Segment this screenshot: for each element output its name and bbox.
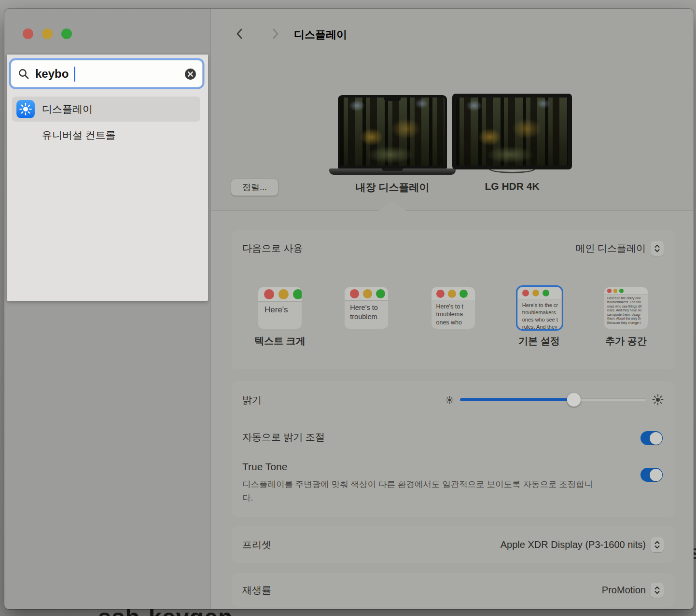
search-field[interactable] bbox=[11, 60, 203, 87]
mini-zoom-icon bbox=[293, 289, 302, 299]
scaling-option-2[interactable]: Here's to troublem bbox=[345, 287, 388, 329]
slider-knob[interactable] bbox=[567, 393, 581, 407]
scaling-option-3[interactable]: Here's to t troublema ones who bbox=[432, 287, 475, 329]
slider-track[interactable] bbox=[460, 398, 646, 401]
use-as-label: 다음으로 사용 bbox=[242, 242, 303, 255]
sidebar: 디스플레이 유니버설 컨트롤 bbox=[4, 9, 210, 609]
toggle-knob bbox=[650, 469, 662, 481]
main-content: 디스플레이 내장 디스플레이 LG HDR 4K 정렬... 다음으로 사용 메… bbox=[211, 9, 694, 609]
selected-display-pointer bbox=[378, 200, 406, 211]
auto-brightness-label: 자동으로 밝기 조절 bbox=[242, 431, 325, 444]
preset-value: Apple XDR Display (P3-1600 nits) bbox=[501, 539, 646, 550]
slider-fill bbox=[460, 398, 574, 401]
display-brightness-icon bbox=[16, 100, 35, 118]
refresh-rate-card: 재생률 ProMotion bbox=[232, 573, 674, 607]
auto-brightness-toggle[interactable] bbox=[640, 431, 663, 445]
scaling-options: Here's Here's to troublem bbox=[232, 287, 674, 329]
scaling-middle-line bbox=[340, 343, 483, 343]
search-results-panel: 디스플레이 유니버설 컨트롤 bbox=[7, 55, 208, 301]
row-divider bbox=[242, 455, 664, 456]
refresh-rate-label: 재생률 bbox=[242, 584, 271, 597]
preset-label: 프리셋 bbox=[242, 538, 271, 551]
mini-window-titlebar bbox=[345, 287, 388, 301]
brightness-label: 밝기 bbox=[242, 393, 262, 406]
true-tone-label: True Tone bbox=[242, 461, 609, 473]
true-tone-toggle[interactable] bbox=[640, 468, 663, 482]
forward-button[interactable] bbox=[268, 27, 282, 41]
preset-card: 프리셋 Apple XDR Display (P3-1600 nits) bbox=[232, 526, 674, 563]
mini-close-icon bbox=[264, 289, 274, 299]
brightness-low-icon bbox=[445, 396, 454, 404]
use-as-value: 메인 디스플레이 bbox=[575, 242, 646, 255]
scaling-option-larger-text[interactable]: Here's bbox=[258, 287, 302, 329]
search-result-label: 유니버설 컨트롤 bbox=[42, 128, 116, 142]
mini-zoom-icon bbox=[543, 290, 549, 296]
brightness-slider[interactable] bbox=[445, 394, 664, 406]
window-controls bbox=[23, 28, 72, 39]
mini-minimize-icon bbox=[613, 289, 618, 293]
mini-window-text: Here's to t troublema ones who bbox=[432, 300, 475, 326]
scaling-label-larger-text: 텍스트 크게 bbox=[254, 335, 306, 348]
mini-close-icon bbox=[607, 289, 612, 293]
search-input[interactable] bbox=[35, 60, 175, 87]
mini-close-icon bbox=[350, 289, 359, 298]
mini-window-text: Here's to the cr troublemakers. ones who… bbox=[518, 299, 561, 329]
mini-minimize-icon bbox=[532, 290, 539, 296]
mini-window-text: Here's bbox=[258, 302, 302, 315]
scaling-option-default[interactable]: Here's to the cr troublemakers. ones who… bbox=[518, 287, 561, 329]
mini-minimize-icon bbox=[448, 290, 456, 298]
mini-minimize-icon bbox=[278, 289, 289, 299]
chevron-up-down-icon bbox=[654, 244, 660, 253]
clear-search-icon[interactable] bbox=[184, 68, 196, 80]
wallpaper-forest bbox=[456, 98, 568, 166]
monitor-frame bbox=[452, 94, 572, 169]
brightness-high-icon bbox=[652, 394, 664, 406]
laptop-screen bbox=[338, 95, 447, 168]
lg-display-label: LG HDR 4K bbox=[485, 181, 539, 192]
back-button[interactable] bbox=[233, 27, 247, 41]
arrange-button[interactable]: 정렬... bbox=[231, 179, 278, 196]
true-tone-description: 디스플레이를 주변광에 맞춰 색상이 다른 환경에서도 일관적으로 보이도록 자… bbox=[242, 477, 599, 504]
refresh-rate-select[interactable] bbox=[651, 583, 664, 598]
row-divider bbox=[242, 266, 664, 266]
scaling-label-more-space: 추가 공간 bbox=[605, 335, 647, 348]
mini-window-titlebar bbox=[432, 287, 475, 300]
chevron-up-down-icon bbox=[654, 586, 660, 595]
display-settings-card: 다음으로 사용 메인 디스플레이 bbox=[232, 230, 674, 369]
builtin-display-label: 내장 디스플레이 bbox=[356, 181, 430, 194]
text-caret bbox=[74, 67, 75, 82]
system-settings-window: 디스플레이 유니버설 컨트롤 디스플레이 bbox=[4, 9, 694, 609]
scaling-label-default: 기본 설정 bbox=[518, 335, 560, 348]
mini-window-titlebar bbox=[604, 287, 648, 295]
preset-select[interactable] bbox=[651, 537, 664, 552]
page-title: 디스플레이 bbox=[294, 28, 347, 42]
display-preview-lg-hdr-4k[interactable] bbox=[452, 94, 572, 169]
search-result-label: 디스플레이 bbox=[42, 102, 93, 116]
mini-window-titlebar bbox=[258, 287, 302, 302]
chevron-up-down-icon bbox=[654, 540, 660, 549]
search-result-displays[interactable]: 디스플레이 bbox=[12, 97, 200, 122]
mini-zoom-icon bbox=[376, 289, 385, 298]
mini-zoom-icon bbox=[619, 289, 624, 293]
wallpaper-forest bbox=[340, 98, 445, 166]
laptop-base bbox=[329, 168, 456, 175]
mini-window-text: Here's to troublem bbox=[345, 301, 388, 322]
close-button[interactable] bbox=[23, 28, 33, 39]
mini-close-icon bbox=[522, 290, 529, 296]
zoom-button[interactable] bbox=[61, 28, 72, 39]
minimize-button[interactable] bbox=[42, 28, 53, 39]
refresh-rate-value: ProMotion bbox=[602, 585, 646, 596]
search-result-universal-control[interactable]: 유니버설 컨트롤 bbox=[12, 125, 200, 146]
scaling-option-more-space[interactable]: Here's to the crazy one troublemakers. T… bbox=[604, 287, 648, 329]
search-icon bbox=[18, 68, 29, 80]
toggle-knob bbox=[650, 432, 662, 445]
display-preview-builtin[interactable] bbox=[338, 95, 447, 175]
mini-window-text: Here's to the crazy one troublemakers. T… bbox=[604, 295, 648, 325]
use-as-select[interactable] bbox=[651, 241, 664, 256]
mini-close-icon bbox=[436, 290, 445, 298]
mini-window-titlebar bbox=[518, 287, 561, 299]
laptop-notch bbox=[384, 98, 401, 101]
brightness-card: 밝기 bbox=[232, 381, 674, 517]
mini-zoom-icon bbox=[459, 290, 468, 298]
mini-minimize-icon bbox=[363, 289, 372, 298]
